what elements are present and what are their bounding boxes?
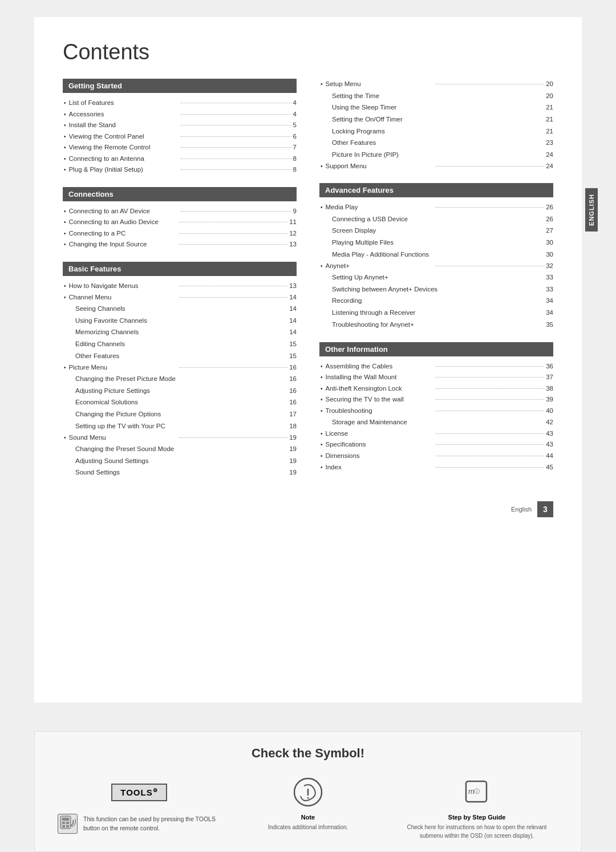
left-column: Getting Started • List of Features 4 • A…	[63, 79, 297, 490]
sub-label: Adjusting Sound Settings	[75, 455, 286, 467]
sub-page: 19	[289, 455, 297, 467]
toc-item: • Accessories 4	[63, 109, 297, 120]
check-symbol-title: Check the Symbol!	[58, 746, 558, 761]
toc-page: 13	[289, 239, 297, 250]
sub-label: Setting up the TV with Your PC	[75, 420, 286, 432]
step-guide-name: Step by Step Guide Check here for instru…	[395, 814, 558, 840]
sub-item: Listening through a Receiver 34	[319, 307, 553, 319]
toc-label: Sound Menu	[69, 432, 177, 444]
section-header: Other Information	[319, 342, 553, 356]
toc-label: Connecting to an AV Device	[69, 206, 180, 217]
note-icon-area	[293, 775, 324, 809]
svg-text:ⓘ: ⓘ	[474, 788, 480, 794]
sub-label: Using the Sleep Timer	[332, 102, 543, 113]
toc-item: • Plug & Play (Initial Setup) 8	[63, 164, 297, 176]
toc-item: • Installing the Wall Mount 37	[319, 372, 553, 383]
sub-label: Picture In Picture (PIP)	[332, 149, 543, 161]
bullet: •	[321, 395, 323, 404]
toc-page: 39	[546, 394, 553, 405]
toc-item: • Dimensions 44	[319, 451, 553, 462]
toc-page: 7	[293, 142, 297, 153]
symbol-tools: TOOLS⚙ This fu	[58, 775, 221, 834]
sub-page: 24	[546, 149, 553, 161]
section-header: Connections	[63, 187, 297, 201]
toc-label: License	[326, 428, 434, 440]
bullet: •	[64, 293, 66, 302]
bullet: •	[321, 384, 323, 393]
sub-item: Adjusting Picture Settings 16	[63, 385, 297, 397]
note-name: Note Indicates additional information.	[268, 814, 348, 831]
toc-section: • Setup Menu 20 Setting the Time 20 Usin…	[319, 79, 553, 172]
sub-item: Recording 34	[319, 295, 553, 307]
toc-label: Troubleshooting	[326, 405, 434, 417]
toc-page: 20	[546, 79, 553, 90]
sub-page: 21	[546, 113, 553, 125]
english-sidebar: ENGLISH	[585, 188, 598, 232]
sub-label: Screen Display	[332, 225, 543, 237]
toc-item: • Channel Menu 14	[63, 292, 297, 303]
sub-label: Connecting a USB Device	[332, 213, 543, 225]
check-symbol-section: Check the Symbol! TOOLS⚙	[34, 731, 582, 852]
toc-item: • Specifications 43	[319, 439, 553, 451]
bullet: •	[321, 202, 323, 212]
svg-rect-1	[62, 818, 69, 821]
sub-item: Changing the Picture Options 17	[63, 408, 297, 420]
sub-item: Seeing Channels 14	[63, 303, 297, 315]
sub-page: 34	[546, 295, 553, 307]
sub-item: Playing Multiple Files 30	[319, 237, 553, 249]
toc-item: • Connecting to an Audio Device 11	[63, 217, 297, 228]
toc-page: 6	[293, 131, 297, 143]
toc-page: 9	[293, 206, 297, 217]
toc-item: • Connecting to a PC 12	[63, 228, 297, 240]
toc-item: • Assembling the Cables 36	[319, 361, 553, 372]
sub-page: 14	[289, 303, 297, 315]
svg-point-8	[307, 797, 309, 798]
tools-description: This function can be used by pressing th…	[83, 815, 221, 833]
toc-label: Dimensions	[326, 451, 434, 462]
toc-page: 43	[546, 428, 553, 440]
sub-page: 14	[289, 315, 297, 327]
bullet: •	[64, 217, 66, 227]
sub-item: Switching between Anynet+ Devices 33	[319, 283, 553, 295]
sub-label: Storage and Maintenance	[332, 416, 543, 428]
toc-page: 12	[289, 228, 297, 240]
toc-label: Installing the Wall Mount	[326, 372, 434, 383]
sub-label: Switching between Anynet+ Devices	[332, 283, 543, 295]
toc-page: 32	[546, 261, 553, 272]
sub-item: Changing the Preset Picture Mode 16	[63, 373, 297, 385]
sub-label: Changing the Picture Options	[75, 408, 286, 420]
contents-grid: Getting Started • List of Features 4 • A…	[63, 79, 553, 490]
toc-label: Anynet+	[326, 261, 434, 272]
sub-label: Memorizing Channels	[75, 326, 286, 338]
note-icon-svg	[293, 777, 324, 808]
bullet: •	[321, 362, 323, 371]
sub-page: 34	[546, 307, 553, 319]
bullet: •	[321, 440, 323, 449]
toc-section: Getting Started • List of Features 4 • A…	[63, 79, 297, 176]
right-column: • Setup Menu 20 Setting the Time 20 Usin…	[319, 79, 553, 490]
sub-page: 33	[546, 271, 553, 283]
sub-page: 23	[546, 137, 553, 149]
bullet: •	[64, 165, 66, 175]
sub-label: Other Features	[75, 350, 286, 362]
tools-box: TOOLS⚙	[111, 784, 167, 801]
sub-label: Setting the On/Off Timer	[332, 113, 543, 125]
sub-item: Setting Up Anynet+ 33	[319, 271, 553, 283]
sub-label: Playing Multiple Files	[332, 237, 543, 249]
toc-label: Picture Menu	[69, 362, 177, 374]
toc-page: 4	[293, 98, 297, 109]
toc-item: • Anti-theft Kensington Lock 38	[319, 383, 553, 395]
toc-page: 38	[546, 383, 553, 395]
sub-label: Media Play - Additional Functions	[332, 249, 543, 261]
sub-page: 21	[546, 102, 553, 113]
sub-page: 27	[546, 225, 553, 237]
sub-item: Picture In Picture (PIP) 24	[319, 149, 553, 161]
sub-item: Media Play - Additional Functions 30	[319, 249, 553, 261]
sub-page: 33	[546, 283, 553, 295]
sub-page: 30	[546, 237, 553, 249]
page-footer: English 3	[63, 498, 553, 517]
page-title: Contents	[63, 40, 553, 64]
toc-label: Changing the Input Source	[69, 239, 177, 250]
toc-item: • Viewing the Remote Control 7	[63, 142, 297, 153]
toc-item: • Troubleshooting 40	[319, 405, 553, 417]
